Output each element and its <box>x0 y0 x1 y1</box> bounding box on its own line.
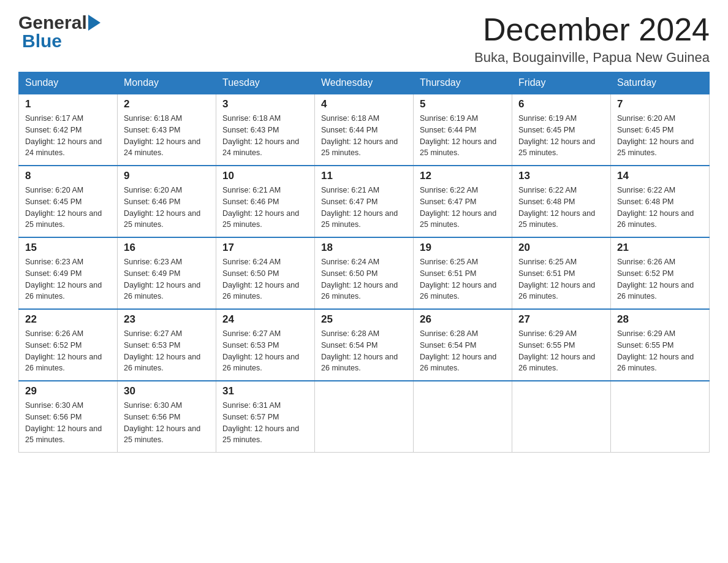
table-row: 28 Sunrise: 6:29 AMSunset: 6:55 PMDaylig… <box>611 309 710 381</box>
table-row: 18 Sunrise: 6:24 AMSunset: 6:50 PMDaylig… <box>315 237 414 309</box>
day-info: Sunrise: 6:31 AMSunset: 6:57 PMDaylight:… <box>222 401 299 444</box>
day-number: 2 <box>124 98 210 110</box>
table-row: 5 Sunrise: 6:19 AMSunset: 6:44 PMDayligh… <box>414 94 512 166</box>
table-row: 20 Sunrise: 6:25 AMSunset: 6:51 PMDaylig… <box>512 237 611 309</box>
day-number: 23 <box>124 313 210 326</box>
table-row: 10 Sunrise: 6:21 AMSunset: 6:46 PMDaylig… <box>216 166 315 237</box>
day-number: 26 <box>420 313 506 326</box>
calendar-header-row: Sunday Monday Tuesday Wednesday Thursday… <box>19 72 710 94</box>
day-number: 19 <box>420 242 506 254</box>
col-wednesday: Wednesday <box>315 72 414 94</box>
day-info: Sunrise: 6:18 AMSunset: 6:43 PMDaylight:… <box>124 114 200 157</box>
day-number: 29 <box>25 385 111 397</box>
col-saturday: Saturday <box>611 72 710 94</box>
table-row: 8 Sunrise: 6:20 AMSunset: 6:45 PMDayligh… <box>19 166 118 237</box>
day-info: Sunrise: 6:27 AMSunset: 6:53 PMDaylight:… <box>222 329 299 372</box>
page-header: General Blue December 2024 Buka, Bougain… <box>18 12 710 66</box>
table-row: 22 Sunrise: 6:26 AMSunset: 6:52 PMDaylig… <box>19 309 118 381</box>
calendar-week-row: 8 Sunrise: 6:20 AMSunset: 6:45 PMDayligh… <box>19 166 710 237</box>
table-row: 9 Sunrise: 6:20 AMSunset: 6:46 PMDayligh… <box>118 166 216 237</box>
col-thursday: Thursday <box>414 72 512 94</box>
day-number: 8 <box>25 170 111 182</box>
logo-arrow-icon <box>88 15 100 31</box>
table-row: 3 Sunrise: 6:18 AMSunset: 6:43 PMDayligh… <box>216 94 315 166</box>
day-number: 14 <box>617 170 703 182</box>
table-row: 21 Sunrise: 6:26 AMSunset: 6:52 PMDaylig… <box>611 237 710 309</box>
day-number: 7 <box>617 98 703 110</box>
table-row: 12 Sunrise: 6:22 AMSunset: 6:47 PMDaylig… <box>414 166 512 237</box>
day-info: Sunrise: 6:19 AMSunset: 6:44 PMDaylight:… <box>420 114 496 157</box>
table-row: 26 Sunrise: 6:28 AMSunset: 6:54 PMDaylig… <box>414 309 512 381</box>
day-number: 27 <box>518 313 604 326</box>
table-row: 7 Sunrise: 6:20 AMSunset: 6:45 PMDayligh… <box>611 94 710 166</box>
table-row: 13 Sunrise: 6:22 AMSunset: 6:48 PMDaylig… <box>512 166 611 237</box>
day-number: 28 <box>617 313 703 326</box>
day-info: Sunrise: 6:21 AMSunset: 6:47 PMDaylight:… <box>321 186 398 229</box>
day-number: 15 <box>25 242 111 254</box>
table-row <box>512 381 611 453</box>
table-row: 25 Sunrise: 6:28 AMSunset: 6:54 PMDaylig… <box>315 309 414 381</box>
col-friday: Friday <box>512 72 611 94</box>
table-row: 31 Sunrise: 6:31 AMSunset: 6:57 PMDaylig… <box>216 381 315 453</box>
day-info: Sunrise: 6:21 AMSunset: 6:46 PMDaylight:… <box>222 186 299 229</box>
table-row: 2 Sunrise: 6:18 AMSunset: 6:43 PMDayligh… <box>118 94 216 166</box>
col-sunday: Sunday <box>19 72 118 94</box>
table-row: 15 Sunrise: 6:23 AMSunset: 6:49 PMDaylig… <box>19 237 118 309</box>
calendar-week-row: 1 Sunrise: 6:17 AMSunset: 6:42 PMDayligh… <box>19 94 710 166</box>
calendar-week-row: 22 Sunrise: 6:26 AMSunset: 6:52 PMDaylig… <box>19 309 710 381</box>
day-info: Sunrise: 6:28 AMSunset: 6:54 PMDaylight:… <box>321 329 398 372</box>
day-number: 13 <box>518 170 604 182</box>
day-number: 9 <box>124 170 210 182</box>
table-row: 24 Sunrise: 6:27 AMSunset: 6:53 PMDaylig… <box>216 309 315 381</box>
day-info: Sunrise: 6:30 AMSunset: 6:56 PMDaylight:… <box>124 401 200 444</box>
day-info: Sunrise: 6:25 AMSunset: 6:51 PMDaylight:… <box>420 258 496 301</box>
table-row <box>611 381 710 453</box>
day-number: 5 <box>420 98 506 110</box>
day-number: 3 <box>222 98 308 110</box>
title-block: December 2024 Buka, Bougainville, Papua … <box>474 12 710 66</box>
day-info: Sunrise: 6:30 AMSunset: 6:56 PMDaylight:… <box>25 401 102 444</box>
day-number: 10 <box>222 170 308 182</box>
day-info: Sunrise: 6:22 AMSunset: 6:48 PMDaylight:… <box>518 186 595 229</box>
table-row: 23 Sunrise: 6:27 AMSunset: 6:53 PMDaylig… <box>118 309 216 381</box>
table-row: 11 Sunrise: 6:21 AMSunset: 6:47 PMDaylig… <box>315 166 414 237</box>
calendar-table: Sunday Monday Tuesday Wednesday Thursday… <box>18 72 710 453</box>
day-number: 17 <box>222 242 308 254</box>
table-row: 6 Sunrise: 6:19 AMSunset: 6:45 PMDayligh… <box>512 94 611 166</box>
day-info: Sunrise: 6:19 AMSunset: 6:45 PMDaylight:… <box>518 114 595 157</box>
day-number: 30 <box>124 385 210 397</box>
day-number: 22 <box>25 313 111 326</box>
day-number: 18 <box>321 242 407 254</box>
day-number: 21 <box>617 242 703 254</box>
table-row: 14 Sunrise: 6:22 AMSunset: 6:48 PMDaylig… <box>611 166 710 237</box>
day-info: Sunrise: 6:24 AMSunset: 6:50 PMDaylight:… <box>321 258 398 301</box>
calendar-week-row: 15 Sunrise: 6:23 AMSunset: 6:49 PMDaylig… <box>19 237 710 309</box>
day-number: 11 <box>321 170 407 182</box>
day-info: Sunrise: 6:25 AMSunset: 6:51 PMDaylight:… <box>518 258 595 301</box>
day-info: Sunrise: 6:28 AMSunset: 6:54 PMDaylight:… <box>420 329 496 372</box>
day-info: Sunrise: 6:18 AMSunset: 6:44 PMDaylight:… <box>321 114 398 157</box>
logo-blue-text: Blue <box>22 31 62 52</box>
table-row: 29 Sunrise: 6:30 AMSunset: 6:56 PMDaylig… <box>19 381 118 453</box>
day-number: 20 <box>518 242 604 254</box>
day-info: Sunrise: 6:24 AMSunset: 6:50 PMDaylight:… <box>222 258 299 301</box>
table-row: 1 Sunrise: 6:17 AMSunset: 6:42 PMDayligh… <box>19 94 118 166</box>
logo-general-text: General <box>18 12 87 33</box>
day-info: Sunrise: 6:17 AMSunset: 6:42 PMDaylight:… <box>25 114 102 157</box>
day-info: Sunrise: 6:20 AMSunset: 6:45 PMDaylight:… <box>617 114 694 157</box>
day-info: Sunrise: 6:22 AMSunset: 6:48 PMDaylight:… <box>617 186 694 229</box>
day-info: Sunrise: 6:26 AMSunset: 6:52 PMDaylight:… <box>25 329 102 372</box>
day-number: 24 <box>222 313 308 326</box>
day-info: Sunrise: 6:23 AMSunset: 6:49 PMDaylight:… <box>124 258 200 301</box>
day-number: 6 <box>518 98 604 110</box>
day-number: 1 <box>25 98 111 110</box>
day-number: 25 <box>321 313 407 326</box>
col-monday: Monday <box>118 72 216 94</box>
table-row: 4 Sunrise: 6:18 AMSunset: 6:44 PMDayligh… <box>315 94 414 166</box>
col-tuesday: Tuesday <box>216 72 315 94</box>
day-number: 16 <box>124 242 210 254</box>
logo: General Blue <box>18 12 100 52</box>
day-info: Sunrise: 6:29 AMSunset: 6:55 PMDaylight:… <box>617 329 694 372</box>
day-number: 4 <box>321 98 407 110</box>
day-info: Sunrise: 6:27 AMSunset: 6:53 PMDaylight:… <box>124 329 200 372</box>
